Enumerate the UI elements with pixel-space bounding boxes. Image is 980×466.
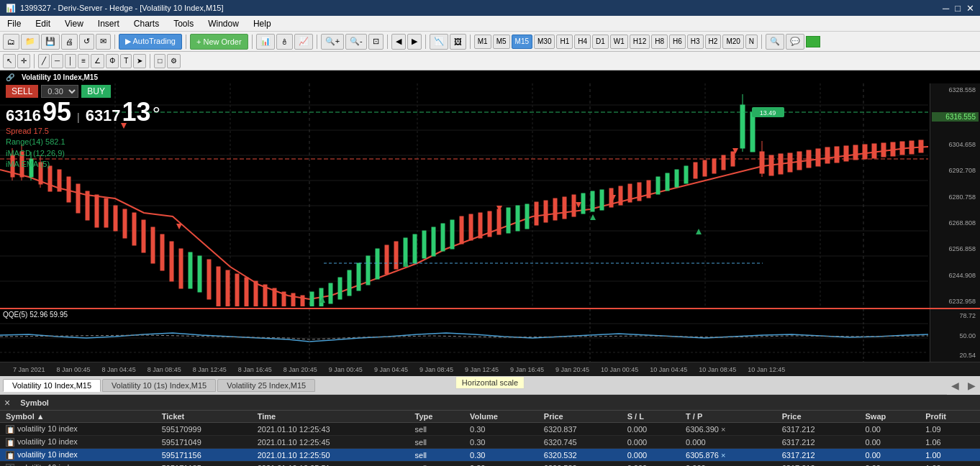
col-price[interactable]: Price [538,411,622,423]
minimize-button[interactable]: ─ [943,3,949,14]
trade-table-wrapper[interactable]: Symbol ▲ Ticket Time Type Volume Price S… [0,411,980,466]
fib-tool[interactable]: Φ [106,54,119,68]
chart-type-bars[interactable]: 📊 [256,34,275,50]
tab-vol25-m15[interactable]: Volatility 25 Index,M15 [217,379,315,392]
indicators-button[interactable]: 📉 [430,34,448,50]
save-button[interactable]: 💾 [41,34,60,50]
svg-rect-107 [797,152,802,170]
vline-tool[interactable]: │ [65,54,76,68]
print-button[interactable]: 🖨 [61,34,78,50]
line-tool[interactable]: ╱ [38,54,50,68]
col-type[interactable]: Type [409,411,464,423]
sep7 [470,35,471,49]
tf-h6[interactable]: H6 [669,35,686,49]
mail-button[interactable]: ✉ [96,34,111,50]
new-chart-button[interactable]: 🗂 [3,34,19,50]
tf-h12[interactable]: H12 [630,35,650,49]
chart-type-candles[interactable]: 🕯 [276,34,293,50]
panel-close-button[interactable]: × [0,397,14,408]
cell-current-price: 6317.212 [776,449,860,462]
title-bar-controls[interactable]: ─ □ ✕ [943,3,974,14]
crosshair-tool[interactable]: ✛ [17,54,30,68]
dsep1 [34,54,35,68]
time-9jan-2045: 9 Jan 20:45 [550,366,595,373]
close-button[interactable]: ✕ [966,3,974,14]
text-tool[interactable]: T [120,54,132,68]
maximize-button[interactable]: □ [955,3,961,14]
col-volume[interactable]: Volume [464,411,538,423]
col-ticket[interactable]: Ticket [156,411,252,423]
tf-m1[interactable]: M1 [474,35,491,49]
zoom-in-button[interactable]: 🔍+ [321,34,344,50]
col-profit[interactable]: Profit [920,411,980,423]
menu-insert[interactable]: Insert [91,17,127,30]
table-row[interactable]: 📋volatility 10 index 595170999 2021.01.1… [0,423,980,436]
col-time[interactable]: Time [252,411,409,423]
rect-tool[interactable]: □ [154,54,165,68]
menu-window[interactable]: Window [201,17,246,30]
cell-time: 2021.01.10 12:25:43 [252,423,409,436]
sell-button[interactable]: SELL [6,85,38,98]
symbol-icon: 📋 [6,451,14,460]
tf-h2[interactable]: H2 [705,35,722,49]
table-row[interactable]: 📋volatility 10 index 595171156 2021.01.1… [0,449,980,462]
menu-help[interactable]: Help [246,17,278,30]
autotrading-button[interactable]: ▶ AutoTrading [119,34,182,50]
svg-rect-94 [694,163,697,178]
cell-ticket: 595171185 [156,462,252,466]
tab-scroll-left[interactable]: ◀ [947,376,963,395]
menu-tools[interactable]: Tools [166,17,201,30]
tf-m5[interactable]: M5 [493,35,510,49]
tf-w1[interactable]: W1 [610,35,628,49]
tf-n[interactable]: N [745,35,758,49]
fit-screen-button[interactable]: ⊡ [368,34,384,50]
menu-file[interactable]: File [0,17,28,30]
new-order-button[interactable]: + New Order [190,34,248,50]
svg-rect-52 [301,296,304,306]
hline-tool[interactable]: ─ [51,54,63,68]
menu-view[interactable]: View [58,17,91,30]
col-symbol[interactable]: Symbol ▲ [0,411,156,423]
tf-h3[interactable]: H3 [687,35,704,49]
lot-size-select[interactable]: 0.30 [41,85,78,98]
channel-tool[interactable]: ≡ [78,54,89,68]
tf-h4[interactable]: H4 [574,35,591,49]
tab-vol10-m15[interactable]: Volatility 10 Index,M15 [3,379,101,392]
tab-scroll-right[interactable]: ▶ [963,376,980,395]
template-button[interactable]: 🖼 [450,34,466,50]
time-10jan-0445: 10 Jan 04:45 [644,366,693,373]
tf-m20[interactable]: M20 [722,35,743,49]
scroll-left-button[interactable]: ◀ [391,34,406,50]
tf-m15[interactable]: M15 [512,35,532,49]
col-swap[interactable]: Swap [860,411,920,423]
col-sl[interactable]: S / L [622,411,680,423]
tf-d1[interactable]: D1 [592,35,609,49]
scroll-right-button[interactable]: ▶ [407,34,422,50]
open-button[interactable]: 📁 [21,34,40,50]
chart-type-line[interactable]: 📈 [294,34,313,50]
search-button[interactable]: 🔍 [766,34,784,50]
tf-m30[interactable]: M30 [534,35,555,49]
buy-button[interactable]: BUY [81,85,111,98]
history-button[interactable]: ↺ [79,34,94,50]
angle-tool[interactable]: ∠ [91,54,104,68]
speech-button[interactable]: 💬 [786,34,804,50]
tf-h8[interactable]: H8 [651,35,668,49]
col-tp[interactable]: T / P [680,411,776,423]
svg-rect-105 [779,154,783,174]
svg-rect-113 [853,145,858,160]
settings-tool[interactable]: ⚙ [167,54,181,68]
tab-scroll-controls[interactable]: ◀ ▶ [947,376,980,395]
price-level-7: 6244.908 [932,272,979,279]
menu-charts[interactable]: Charts [127,17,166,30]
arrow-tool[interactable]: ➤ [133,54,146,68]
col-current-price[interactable]: Price [776,411,860,423]
zoom-out-button[interactable]: 🔍- [345,34,367,50]
tab-vol10-1s-m15[interactable]: Volatility 10 (1s) Index,M15 [102,379,216,392]
chart-main[interactable]: 13.49 SELL 0.30 BUY 6316 95 | 6317 13 ° … [0,83,980,308]
menu-edit[interactable]: Edit [28,17,58,30]
table-row[interactable]: 📋volatility 10 index 595171185 2021.01.1… [0,462,980,466]
table-row[interactable]: 📋volatility 10 index 595171049 2021.01.1… [0,436,980,449]
cursor-tool[interactable]: ↖ [3,54,16,68]
tf-h1[interactable]: H1 [556,35,573,49]
